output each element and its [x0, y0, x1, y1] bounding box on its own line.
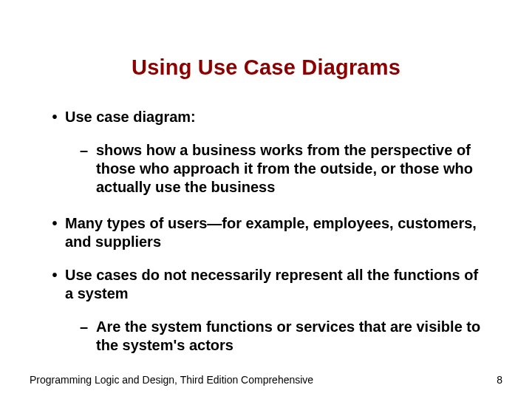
bullet-dash-icon: – [80, 318, 96, 336]
slide-title: Using Use Case Diagrams [44, 55, 488, 80]
bullet-text: shows how a business works from the pers… [96, 141, 488, 197]
bullet-dot-icon: • [44, 266, 65, 284]
bullet-text: Many types of users—for example, employe… [65, 214, 488, 251]
bullet-text: Are the system functions or services tha… [96, 318, 488, 355]
bullet-level2: – shows how a business works from the pe… [80, 141, 488, 197]
page-number: 8 [497, 374, 502, 386]
bullet-dot-icon: • [44, 108, 65, 126]
bullet-level1: • Use cases do not necessarily represent… [44, 266, 488, 303]
slide: Using Use Case Diagrams • Use case diagr… [0, 0, 532, 399]
bullet-level1: • Use case diagram: [44, 108, 488, 126]
slide-content: • Use case diagram: – shows how a busine… [44, 108, 488, 355]
slide-footer: Programming Logic and Design, Third Edit… [0, 374, 532, 386]
bullet-text: Use cases do not necessarily represent a… [65, 266, 488, 303]
bullet-level2: – Are the system functions or services t… [80, 318, 488, 355]
bullet-dash-icon: – [80, 141, 96, 160]
bullet-level1: • Many types of users—for example, emplo… [44, 214, 488, 251]
bullet-text: Use case diagram: [65, 108, 488, 126]
bullet-dot-icon: • [44, 214, 65, 233]
footer-text: Programming Logic and Design, Third Edit… [30, 374, 313, 386]
